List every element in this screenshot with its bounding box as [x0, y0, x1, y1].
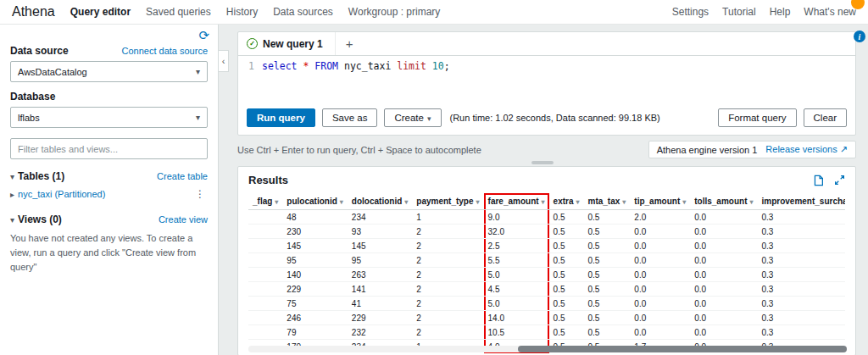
table-cell: 0.0	[690, 210, 757, 225]
results-table-container[interactable]: _flag▾pulocationid▾dolocationid▾payment_…	[248, 193, 845, 353]
release-versions-label: Release versions	[765, 144, 837, 154]
tab-new-query-1[interactable]: ✓ New query 1	[247, 32, 336, 55]
data-source-label: Data source	[10, 45, 69, 57]
create-dropdown-button[interactable]: Create▾	[384, 108, 441, 127]
sort-caret-icon[interactable]: ▾	[404, 198, 408, 206]
column-header-tolls-amount[interactable]: tolls_amount▾	[690, 193, 757, 210]
tables-section-header[interactable]: ▾Tables (1)	[10, 170, 64, 182]
table-cell: 0.5	[549, 239, 584, 253]
table-name-link[interactable]: ▸nyc_taxi (Partitioned)	[10, 189, 105, 199]
sort-caret-icon[interactable]: ▾	[340, 198, 343, 206]
topnav-item-tutorial[interactable]: Tutorial	[722, 6, 756, 18]
chevron-down-icon: ▾	[10, 215, 14, 225]
table-row: 4823419.00.50.52.00.00.312.30.0201902	[248, 210, 845, 225]
sort-caret-icon[interactable]: ▾	[749, 198, 753, 206]
table-cell: 2	[412, 297, 483, 311]
table-cell: 2	[412, 239, 483, 253]
expand-results-icon[interactable]	[834, 175, 845, 186]
whats-new-badge-icon[interactable]	[851, 0, 865, 9]
table-cell: 0.3	[758, 210, 846, 225]
athena-logo[interactable]: Athena	[12, 4, 55, 19]
save-as-button[interactable]: Save as	[322, 108, 378, 127]
column-header-fare-amount[interactable]: fare_amount▾	[484, 193, 549, 210]
table-cell: 0.5	[549, 253, 584, 268]
table-cell: 0.3	[758, 297, 846, 311]
format-query-button[interactable]: Format query	[718, 108, 796, 127]
create-button-label: Create	[394, 113, 424, 123]
sort-caret-icon[interactable]: ▾	[542, 198, 545, 206]
sql-query-text[interactable]: select * FROM nyc_taxi limit 10;	[262, 60, 450, 103]
run-query-button[interactable]: Run query	[247, 108, 315, 127]
data-source-value: AwsDataCatalog	[18, 67, 87, 77]
column-header-flag[interactable]: _flag▾	[248, 193, 282, 210]
table-cell: 0.0	[690, 225, 757, 239]
sql-editor[interactable]: 1 select * FROM nyc_taxi limit 10;	[238, 56, 855, 103]
column-header-improvement-surcharge[interactable]: improvement_surcharge▾	[758, 193, 846, 210]
collapse-sidebar-button[interactable]: ‹	[219, 50, 229, 72]
new-tab-button[interactable]: +	[336, 36, 364, 51]
table-cell: 5.0	[484, 297, 549, 311]
sort-caret-icon[interactable]: ▾	[622, 198, 626, 206]
sort-caret-icon[interactable]: ▾	[476, 198, 480, 206]
topnav-menu: Query editorSaved queriesHistoryData sou…	[70, 6, 441, 18]
column-header-payment-type[interactable]: payment_type▾	[412, 193, 483, 210]
connect-data-source-link[interactable]: Connect data source	[121, 46, 208, 56]
table-options-kebab-icon[interactable]: ⋮	[192, 188, 208, 200]
table-row: 754125.00.50.50.00.00.36.30.0201902	[248, 297, 845, 311]
table-cell: 0.5	[584, 239, 631, 253]
topnav-item-what-s-new[interactable]: What's new	[804, 6, 856, 18]
table-cell: 2	[412, 325, 483, 340]
create-view-link[interactable]: Create view	[159, 214, 208, 225]
column-header-pulocationid[interactable]: pulocationid▾	[282, 193, 347, 210]
create-table-link[interactable]: Create table	[157, 171, 208, 181]
filter-tables-input[interactable]	[10, 138, 208, 159]
table-cell: 0.5	[549, 225, 584, 239]
table-cell: 0.5	[584, 268, 631, 282]
sort-caret-icon[interactable]: ▾	[682, 198, 686, 206]
column-header-mta-tax[interactable]: mta_tax▾	[584, 193, 631, 210]
table-cell: 2	[412, 311, 483, 325]
horizontal-scrollbar[interactable]	[248, 346, 847, 352]
table-cell: 2	[412, 253, 483, 268]
topnav-item-workgroup-primary[interactable]: Workgroup : primary	[348, 6, 440, 18]
database-select[interactable]: lflabs ▾	[10, 107, 208, 128]
topnav-item-query-editor[interactable]: Query editor	[70, 6, 131, 18]
chevron-right-icon[interactable]: ▸	[10, 190, 14, 199]
clear-button[interactable]: Clear	[804, 108, 847, 127]
splitter-grip[interactable]	[531, 161, 554, 164]
sql-token: *	[303, 60, 314, 72]
refresh-icon[interactable]: ⟳	[198, 28, 209, 43]
column-header-tip-amount[interactable]: tip_amount▾	[630, 193, 690, 210]
sort-caret-icon[interactable]: ▾	[576, 198, 580, 206]
table-cell: 230	[282, 225, 347, 239]
topnav-item-history[interactable]: History	[226, 6, 258, 18]
topnav-item-settings[interactable]: Settings	[672, 6, 709, 18]
views-section-header[interactable]: ▾Views (0)	[10, 214, 62, 225]
column-label: dolocationid	[352, 197, 402, 206]
table-name-label[interactable]: nyc_taxi (Partitioned)	[18, 189, 105, 199]
table-cell: 0.3	[758, 325, 846, 340]
column-header-dolocationid[interactable]: dolocationid▾	[348, 193, 412, 210]
table-cell: 2	[412, 282, 483, 297]
topnav-item-help[interactable]: Help	[770, 6, 791, 18]
data-source-select[interactable]: AwsDataCatalog ▾	[10, 61, 208, 82]
scrollbar-thumb[interactable]	[518, 346, 847, 352]
table-cell: 0.5	[584, 282, 631, 297]
column-header-extra[interactable]: extra▾	[549, 193, 584, 210]
info-icon[interactable]: i	[854, 31, 865, 42]
topnav-right-menu: SettingsTutorialHelpWhat's new	[672, 6, 856, 18]
release-versions-link[interactable]: Release versions ↗	[765, 144, 848, 155]
chevron-down-icon: ▾	[427, 114, 431, 123]
topnav-item-saved-queries[interactable]: Saved queries	[146, 6, 211, 18]
panel-splitter[interactable]	[229, 158, 856, 166]
column-label: _flag	[253, 197, 272, 206]
export-results-icon[interactable]	[813, 175, 824, 186]
table-cell: 41	[348, 297, 412, 311]
table-cell: 0.3	[758, 282, 846, 297]
editor-toolbar: Run query Save as Create▾ (Run time: 1.0…	[238, 103, 855, 135]
topnav-item-data-sources[interactable]: Data sources	[273, 6, 333, 18]
sort-caret-icon[interactable]: ▾	[275, 198, 278, 206]
sql-token: limit	[397, 60, 432, 72]
table-cell: 0.5	[549, 268, 584, 282]
table-row: 23093232.00.50.50.00.00.333.30.0201902	[248, 225, 845, 239]
